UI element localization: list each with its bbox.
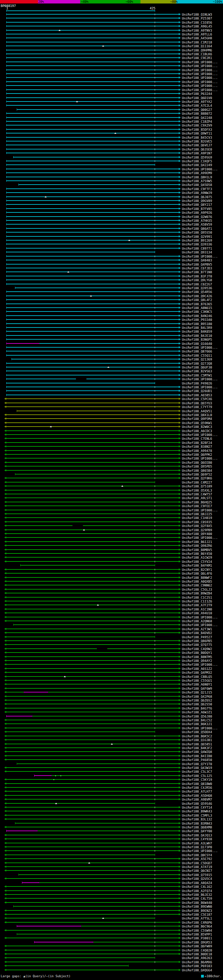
hit-id-label[interactable]: UniRef100_C8BLQ5 [182, 675, 212, 679]
hit-id-label[interactable]: UniRef100_Q75189 [182, 485, 212, 488]
alignment-bar[interactable] [6, 698, 180, 702]
hit-id-label[interactable]: UniRef100_Q4YY00 [182, 829, 212, 833]
hit-id-label[interactable]: UniRef100_A9TNV3 [182, 29, 212, 32]
alignment-bar[interactable] [6, 802, 180, 805]
hit-id-label[interactable]: UniRef100_B4L5R9 [182, 326, 212, 329]
hit-id-label[interactable]: UniRef100_Q69F52 [182, 473, 212, 476]
alignment-bar[interactable] [6, 183, 180, 187]
hit-id-label[interactable]: UniRef100_Q75915 [182, 873, 212, 877]
hit-id-label[interactable]: UniRef100_A2QN68 [182, 619, 212, 623]
alignment-bar[interactable] [6, 219, 180, 223]
alignment-bar[interactable] [6, 766, 180, 770]
alignment-bar[interactable] [6, 29, 180, 32]
hit-id-label[interactable]: UniRef100_A6N0Y1 [182, 683, 212, 686]
hit-id-label[interactable]: UniRef100_C5MTW1 [182, 374, 212, 377]
hit-id-label[interactable]: UniRef100_B91269 [182, 239, 212, 242]
hit-id-label[interactable]: UniRef100_B3N6P5 [182, 338, 212, 341]
alignment-bar[interactable] [6, 457, 180, 460]
hit-id-label[interactable]: UniRef100_B9WK43 [182, 810, 212, 813]
alignment-bar[interactable] [6, 215, 180, 219]
alignment-bar[interactable] [6, 758, 180, 762]
hit-id-label[interactable]: UniRef100_B3RN43 [182, 822, 212, 825]
hit-id-label[interactable]: UniRef100_Q6CNI7 [182, 869, 212, 873]
alignment-bar[interactable] [6, 155, 180, 159]
hit-id-label[interactable]: UniRef100_A99478 [182, 449, 212, 453]
hit-id-label[interactable]: UniRef100_Q26UD1 [182, 389, 212, 393]
hit-id-label[interactable]: UniRef100_C1I1Z6 [182, 600, 212, 603]
hit-id-label[interactable]: UniRef100_Q8X1L0 [182, 414, 212, 417]
alignment-bar[interactable] [6, 797, 180, 801]
hit-id-label[interactable]: UniRef100_Q4JQ13 [182, 834, 212, 837]
alignment-bar[interactable] [6, 956, 180, 960]
alignment-bar[interactable] [6, 227, 180, 231]
alignment-bar[interactable] [6, 242, 180, 246]
hit-id-label[interactable]: UniRef100_UPI000... [182, 457, 218, 460]
hit-id-label[interactable]: UniRef100_A2FQ74 [182, 889, 212, 893]
alignment-bar[interactable] [6, 52, 180, 56]
alignment-bar[interactable] [6, 349, 180, 353]
hit-id-label[interactable]: UniRef100_Q94AY2 [182, 659, 212, 663]
alignment-bar[interactable] [6, 64, 180, 68]
alignment-bar[interactable] [6, 873, 180, 877]
alignment-bar[interactable] [6, 552, 180, 555]
hit-id-label[interactable]: UniRef100_Q2U5C4 [182, 877, 212, 881]
hit-id-label[interactable]: UniRef100_C5L3C7 [182, 770, 212, 773]
hit-id-label[interactable]: UniRef100_Q5DDX4 [182, 730, 212, 734]
alignment-bar[interactable] [6, 461, 180, 465]
alignment-bar[interactable] [6, 377, 180, 381]
hit-id-label[interactable]: UniRef100_UPI000... [182, 88, 218, 92]
alignment-bar[interactable] [6, 36, 180, 40]
hit-id-label[interactable]: UniRef100_Q1NLW3 [182, 13, 212, 16]
alignment-bar[interactable] [6, 56, 180, 60]
hit-id-label[interactable]: UniRef100_Q7Q775 [182, 643, 212, 647]
hit-id-label[interactable]: UniRef100_Q98ZR6 [182, 544, 212, 547]
alignment-bar[interactable] [6, 441, 180, 445]
alignment-bar[interactable] [6, 778, 180, 781]
alignment-bar[interactable] [6, 714, 180, 718]
alignment-bar[interactable] [6, 111, 180, 115]
alignment-bar[interactable] [6, 548, 180, 552]
hit-id-label[interactable]: UniRef100_Q4PBV5 [182, 263, 212, 266]
hit-id-label[interactable]: UniRef100_A5DHQ8 [182, 794, 212, 797]
alignment-bar[interactable] [6, 544, 180, 547]
hit-id-label[interactable]: UniRef100_Q65851 [182, 743, 212, 746]
hit-id-label[interactable]: UniRef100_B95180 [182, 322, 212, 326]
alignment-bar[interactable] [6, 123, 180, 127]
alignment-bar[interactable] [6, 207, 180, 211]
alignment-bar[interactable] [6, 103, 180, 107]
hit-id-label[interactable]: UniRef100_C5GLJ3 [182, 588, 212, 591]
alignment-bar[interactable] [6, 171, 180, 175]
hit-id-label[interactable]: UniRef100_C5PCX6 [182, 397, 212, 401]
alignment-bar[interactable] [6, 639, 180, 643]
alignment-bar[interactable] [6, 290, 180, 294]
alignment-bar[interactable] [6, 342, 180, 345]
hit-id-label[interactable]: UniRef100_B3L132 [182, 818, 212, 821]
hit-id-label[interactable]: UniRef100_UPI000... [182, 255, 218, 258]
hit-id-label[interactable]: UniRef100_UPI000... [182, 346, 218, 349]
alignment-bar[interactable] [6, 635, 180, 639]
alignment-bar[interactable] [6, 445, 180, 449]
hit-id-label[interactable]: UniRef100_Q2W076 [182, 215, 212, 219]
hit-id-label[interactable]: UniRef100_B8B072 [182, 112, 212, 115]
alignment-bar[interactable] [6, 167, 180, 171]
hit-id-label[interactable]: UniRef100_Q9HPM6 [182, 49, 212, 52]
hit-id-label[interactable]: UniRef100_A8Q4Z4 [182, 881, 212, 885]
alignment-bar[interactable] [6, 885, 180, 889]
hit-id-label[interactable]: UniRef100_A7F2T9 [182, 603, 212, 607]
hit-id-label[interactable]: UniRef100_UPI000... [182, 80, 218, 84]
alignment-bar[interactable] [6, 425, 180, 429]
alignment-bar[interactable] [6, 175, 180, 179]
hit-id-label[interactable]: UniRef100_C3KNC5 [182, 310, 212, 313]
hit-id-label[interactable]: UniRef100_Q87666 [182, 350, 212, 353]
hit-id-label[interactable]: UniRef100_P49026 [182, 382, 212, 385]
hit-id-label[interactable]: UniRef100_P63244 [182, 92, 212, 95]
alignment-bar[interactable] [6, 231, 180, 234]
alignment-bar[interactable] [6, 929, 180, 932]
alignment-bar[interactable] [6, 433, 180, 437]
hit-id-label[interactable]: UniRef100_A5E792 [182, 857, 212, 861]
alignment-bar[interactable] [6, 849, 180, 853]
hit-id-label[interactable]: UniRef100_C9FTF3 [182, 188, 212, 191]
hit-id-label[interactable]: UniRef100_Q9C426 [182, 294, 212, 298]
alignment-bar[interactable] [6, 92, 180, 95]
alignment-bar[interactable] [6, 568, 180, 571]
